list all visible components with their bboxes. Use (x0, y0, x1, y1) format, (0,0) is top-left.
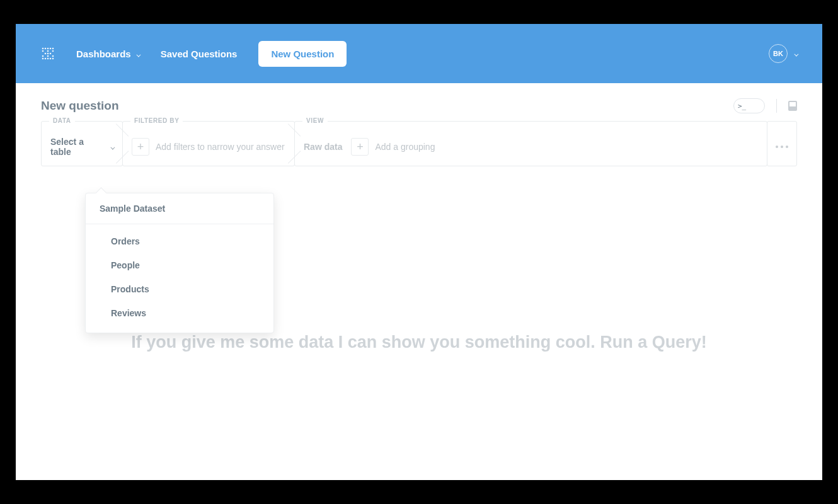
svg-point-8 (45, 53, 47, 55)
dropdown-item-reviews[interactable]: Reviews (86, 301, 273, 325)
svg-point-12 (47, 55, 49, 57)
app-window: Dashboards Saved Questions New Question … (16, 24, 822, 480)
query-builder-bar: DATA Select a table FILTERED BY + Add fi… (41, 121, 797, 166)
add-filter-button[interactable]: + (132, 138, 149, 156)
nav-dashboards-label: Dashboards (76, 49, 131, 59)
filter-hint: Add filters to narrow your answer (156, 142, 285, 152)
svg-point-4 (52, 48, 54, 50)
svg-point-9 (47, 53, 49, 55)
filter-segment: FILTERED BY + Add filters to narrow your… (122, 121, 295, 166)
nav-saved-questions[interactable]: Saved Questions (161, 49, 238, 59)
filter-segment-label: FILTERED BY (130, 117, 183, 124)
svg-point-3 (50, 48, 52, 50)
dropdown-item-people[interactable]: People (86, 253, 273, 277)
nav-dashboards[interactable]: Dashboards (76, 49, 139, 59)
svg-point-6 (47, 50, 49, 52)
svg-point-16 (47, 58, 49, 60)
empty-state-message: If you give me some data I can show you … (16, 333, 822, 352)
svg-point-14 (42, 58, 44, 60)
view-raw-data[interactable]: Raw data (304, 142, 342, 152)
table-select-dropdown: Sample Dataset Orders People Products Re… (85, 193, 274, 333)
svg-point-18 (52, 58, 54, 60)
new-question-button[interactable]: New Question (258, 41, 347, 67)
select-table-trigger[interactable]: Select a table (50, 137, 106, 157)
user-menu-chevron-icon[interactable] (794, 48, 797, 59)
svg-point-7 (52, 50, 54, 52)
page-title: New question (41, 99, 119, 113)
more-options[interactable] (767, 121, 797, 166)
add-grouping-button[interactable]: + (351, 138, 369, 156)
dropdown-item-orders[interactable]: Orders (86, 229, 273, 253)
svg-point-13 (52, 55, 54, 57)
dot-icon (786, 146, 788, 148)
metabase-logo-icon[interactable] (41, 47, 55, 60)
view-segment-label: VIEW (302, 117, 328, 124)
dropdown-item-products[interactable]: Products (86, 277, 273, 301)
svg-point-11 (42, 55, 44, 57)
svg-point-2 (47, 48, 49, 50)
svg-point-0 (42, 48, 44, 50)
dot-icon (781, 146, 783, 148)
data-segment-label: DATA (49, 117, 75, 124)
console-icon: >_ (738, 103, 746, 110)
svg-point-1 (45, 48, 47, 50)
dropdown-database-header[interactable]: Sample Dataset (86, 193, 273, 224)
user-avatar[interactable]: BK (769, 44, 788, 63)
svg-point-5 (42, 50, 44, 52)
chevron-down-icon (136, 49, 139, 59)
top-navbar: Dashboards Saved Questions New Question … (16, 24, 822, 83)
svg-point-15 (45, 58, 47, 60)
dot-icon (776, 146, 778, 148)
chevron-down-icon (110, 141, 113, 152)
svg-point-10 (50, 53, 52, 55)
separator (776, 99, 777, 113)
data-segment: DATA Select a table (41, 121, 123, 166)
svg-point-17 (50, 58, 52, 60)
grouping-hint: Add a grouping (375, 142, 435, 152)
nav-saved-questions-label: Saved Questions (161, 49, 238, 59)
sql-toggle[interactable]: >_ (733, 98, 765, 113)
view-segment: VIEW Raw data + Add a grouping (294, 121, 767, 166)
page-header: New question >_ (16, 83, 822, 121)
dropdown-body: Orders People Products Reviews (86, 224, 273, 333)
save-icon[interactable] (788, 101, 797, 111)
